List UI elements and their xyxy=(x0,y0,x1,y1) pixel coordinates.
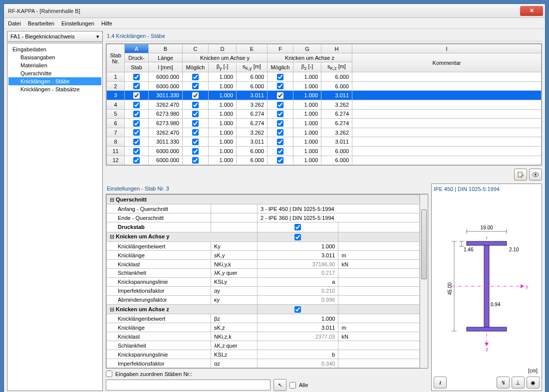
preview-unit: [cm] xyxy=(434,368,540,374)
table-row[interactable]: 126000.0001.0006.0001.0006.000 xyxy=(107,156,542,165)
z-checkbox[interactable] xyxy=(277,139,283,145)
y-checkbox[interactable] xyxy=(192,74,199,80)
y-checkbox[interactable] xyxy=(192,148,199,155)
y-checkbox[interactable] xyxy=(192,102,199,108)
assign-row: Eingaben zuordnen Stäben Nr.: xyxy=(106,371,428,377)
menu-edit[interactable]: Bearbeiten xyxy=(28,20,54,26)
render-button[interactable]: ◉ xyxy=(527,377,540,389)
case-dropdown[interactable]: FA1 - Biegeknicknachweis ▾ xyxy=(7,31,103,42)
y-checkbox[interactable] xyxy=(192,129,199,136)
settings-panel: QuerschnittAnfang - Querschnitt3 - IPE 4… xyxy=(106,194,428,369)
y-checkbox[interactable] xyxy=(192,92,199,99)
preview-title: IPE 450 | DIN 1025-5:1994 xyxy=(434,186,540,192)
preview-panel: IPE 450 | DIN 1025-5:1994 xyxy=(431,184,542,391)
y-checkbox[interactable] xyxy=(192,111,199,117)
svg-text:z: z xyxy=(486,346,489,352)
druck-checkbox[interactable] xyxy=(133,102,140,108)
tree-knicklaengen-staebe[interactable]: Knicklängen - Stäbe xyxy=(8,77,101,85)
druck-checkbox[interactable] xyxy=(133,111,140,117)
z-checkbox[interactable] xyxy=(277,102,283,108)
app-window: RF-KAPPA - [Rahmenhalle B] ✕ Datei Bearb… xyxy=(3,3,546,392)
axis-button[interactable]: ↯ xyxy=(497,377,510,389)
svg-text:y: y xyxy=(526,283,529,289)
tree-basisangaben[interactable]: Basisangaben xyxy=(8,53,101,61)
druck-checkbox[interactable] xyxy=(133,129,140,136)
druck-checkbox[interactable] xyxy=(133,92,140,99)
z-checkbox[interactable] xyxy=(277,74,283,80)
druck-checkbox[interactable] xyxy=(133,139,140,145)
y-checkbox[interactable] xyxy=(192,120,199,127)
svg-point-2 xyxy=(535,174,537,176)
alle-checkbox[interactable] xyxy=(289,382,296,389)
z-checkbox[interactable] xyxy=(277,111,283,117)
druck-checkbox[interactable] xyxy=(133,74,140,80)
svg-text:2.10: 2.10 xyxy=(509,247,519,252)
table-row[interactable]: 56273.9801.0006.2741.0006.274 xyxy=(107,109,542,119)
druck-checkbox[interactable] xyxy=(133,157,140,164)
druck-checkbox[interactable] xyxy=(133,83,140,89)
z-checkbox[interactable] xyxy=(277,157,283,164)
assign-label: Eingaben zuordnen Stäben Nr.: xyxy=(115,371,192,377)
cross-section-graphic: 19.00 45.00 1.46 2.10 0.94 y z xyxy=(434,194,540,368)
table-row[interactable]: 116000.0001.0006.0001.0006.000 xyxy=(107,146,542,156)
table-row[interactable]: 16000.0001.0006.0001.0006.000 xyxy=(107,72,542,82)
window-title: RF-KAPPA - [Rahmenhalle B] xyxy=(8,8,520,14)
titlebar: RF-KAPPA - [Rahmenhalle B] ✕ xyxy=(4,4,545,18)
menu-settings[interactable]: Einstellungen xyxy=(61,20,94,26)
y-checkbox[interactable] xyxy=(192,157,199,164)
view-button[interactable] xyxy=(529,169,542,181)
y-checkbox[interactable] xyxy=(192,139,199,145)
close-button[interactable]: ✕ xyxy=(520,6,543,16)
menubar: Datei Bearbeiten Einstellungen Hilfe xyxy=(4,18,545,29)
assign-input[interactable] xyxy=(106,380,271,391)
alle-label: Alle xyxy=(299,382,308,388)
druck-checkbox[interactable] xyxy=(133,148,140,155)
svg-text:19.00: 19.00 xyxy=(480,225,493,230)
svg-marker-25 xyxy=(485,343,489,346)
table-row[interactable]: 66273.9801.0006.2741.0006.274 xyxy=(107,119,542,128)
table-row[interactable]: 83011.3301.0003.0111.0003.011 xyxy=(107,137,542,147)
z-checkbox[interactable] xyxy=(277,120,283,127)
menu-help[interactable]: Hilfe xyxy=(101,20,112,26)
z-checkbox[interactable] xyxy=(277,83,283,89)
z-checkbox[interactable] xyxy=(277,92,283,99)
y-checkbox[interactable] xyxy=(192,83,199,89)
case-dropdown-label: FA1 - Biegeknicknachweis xyxy=(10,33,74,39)
tree-materialien[interactable]: Materialien xyxy=(8,61,101,69)
info-button[interactable]: i xyxy=(434,377,447,389)
menu-file[interactable]: Datei xyxy=(8,20,21,26)
tree-querschnitte[interactable]: Querschnitte xyxy=(8,69,101,77)
main-grid: StabNr.ABCDEFGHIDruck-LängeKnicken um Ac… xyxy=(106,43,542,166)
svg-text:45.00: 45.00 xyxy=(447,282,453,295)
settings-title: Einstellungen - Stab Nr. 3 xyxy=(106,184,428,194)
assign-checkbox[interactable] xyxy=(106,371,112,377)
nav-tree: Eingabedaten Basisangaben Materialien Qu… xyxy=(7,43,103,391)
settings-scrollbar[interactable] xyxy=(420,195,428,368)
pick-button[interactable]: ↖ xyxy=(274,379,286,391)
table-row[interactable]: 33011.3301.0003.0111.0003.011 xyxy=(107,91,542,100)
table-row[interactable]: 73262.4701.0003.2621.0003.262 xyxy=(107,128,542,137)
z-checkbox[interactable] xyxy=(277,129,283,136)
section-title: 1.4 Knicklängen - Stäbe xyxy=(106,31,542,41)
svg-text:0.94: 0.94 xyxy=(491,302,501,307)
druck-checkbox[interactable] xyxy=(133,120,140,127)
dim-toggle-button[interactable]: ⊥ xyxy=(512,377,525,389)
tree-root[interactable]: Eingabedaten xyxy=(8,45,101,53)
z-checkbox[interactable] xyxy=(277,148,283,155)
svg-text:1.46: 1.46 xyxy=(464,247,474,252)
tree-knicklaengen-stabsaetze[interactable]: Knicklängen - Stabsätze xyxy=(8,85,101,93)
table-row[interactable]: 43262.4701.0003.2621.0003.262 xyxy=(107,100,542,109)
edit-button[interactable] xyxy=(514,169,527,181)
table-row[interactable]: 26000.0001.0006.0001.0006.000 xyxy=(107,81,542,91)
svg-marker-24 xyxy=(521,284,524,288)
chevron-down-icon: ▾ xyxy=(96,33,99,40)
